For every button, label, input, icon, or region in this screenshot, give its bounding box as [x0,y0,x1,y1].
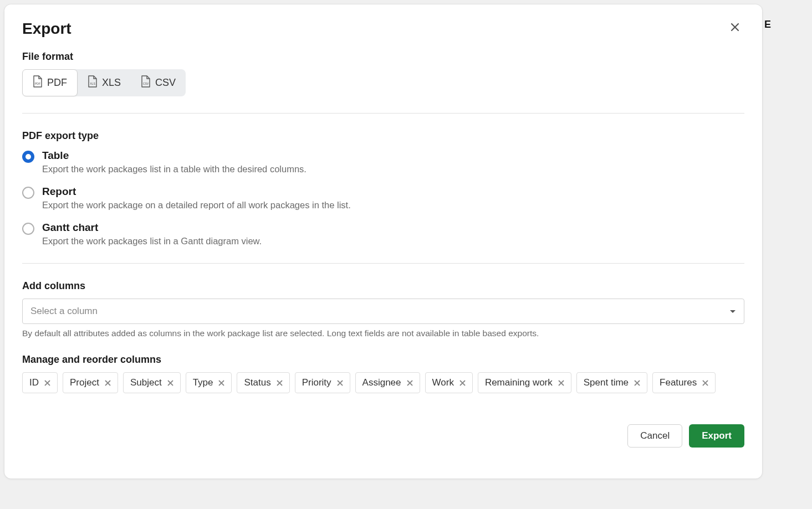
column-chip-label: Work [432,377,454,388]
column-chip-label: Type [193,377,213,388]
close-icon [167,380,173,386]
export-modal: Export File format PDFPDFXLSXLSCSVCSV PD… [4,4,762,479]
column-chip-label: ID [29,377,39,388]
add-columns-select[interactable]: Select a column [22,299,744,324]
radio-description: Export the work packages list in a Gantt… [42,236,744,246]
remove-column-button[interactable] [634,379,640,387]
close-icon [105,380,111,386]
column-chip[interactable]: ID [22,372,58,393]
column-chip[interactable]: Spent time [576,372,647,393]
radio-title: Table [42,150,744,162]
format-option-pdf[interactable]: PDFPDF [22,69,78,96]
export-type-table[interactable]: TableExport the work packages list in a … [22,150,744,174]
column-chip[interactable]: Features [652,372,716,393]
svg-text:PDF: PDF [35,82,40,85]
radio-icon [22,151,34,163]
close-icon [634,380,640,386]
file-format-group: PDFPDFXLSXLSCSVCSV [22,69,186,96]
radio-title: Gantt chart [42,222,744,234]
remove-column-button[interactable] [44,379,50,387]
column-chip[interactable]: Assignee [355,372,420,393]
divider [22,263,744,264]
export-type-report[interactable]: ReportExport the work package on a detai… [22,186,744,210]
column-chip-label: Assignee [362,377,401,388]
remove-column-button[interactable] [337,379,343,387]
column-chip-label: Remaining work [485,377,553,388]
radio-title: Report [42,186,744,198]
file-xls-icon: XLS [88,75,98,90]
modal-header: Export [22,20,744,38]
radio-text: TableExport the work packages list in a … [42,150,744,174]
close-icon [218,380,224,386]
close-button[interactable] [726,20,744,36]
manage-columns-label: Manage and reorder columns [22,354,744,366]
format-option-label: CSV [155,77,176,89]
radio-text: ReportExport the work package on a detai… [42,186,744,210]
add-columns-help: By default all attributes added as colum… [22,328,744,338]
cancel-button[interactable]: Cancel [627,424,682,448]
columns-chips: IDProjectSubjectTypeStatusPriorityAssign… [22,372,744,393]
add-columns-placeholder: Select a column [30,306,98,317]
column-chip-label: Spent time [584,377,629,388]
close-icon [702,380,708,386]
column-chip-label: Priority [302,377,331,388]
radio-text: Gantt chartExport the work packages list… [42,222,744,246]
radio-icon [22,187,34,199]
close-icon [459,380,466,386]
radio-description: Export the work package on a detailed re… [42,200,744,210]
column-chip[interactable]: Project [63,372,118,393]
column-chip-label: Features [660,377,697,388]
column-chip[interactable]: Work [425,372,473,393]
close-icon [730,22,740,32]
remove-column-button[interactable] [459,379,466,387]
format-option-label: PDF [47,77,67,89]
divider [22,113,744,114]
close-icon [277,380,283,386]
svg-text:XLS: XLS [90,82,95,85]
close-icon [558,380,564,386]
column-chip[interactable]: Status [237,372,289,393]
remove-column-button[interactable] [167,379,173,387]
file-pdf-icon: PDF [33,75,43,90]
file-csv-icon: CSV [141,75,151,90]
column-chip[interactable]: Subject [123,372,181,393]
chevron-down-icon [729,306,736,316]
svg-text:CSV: CSV [143,82,149,85]
remove-column-button[interactable] [277,379,283,387]
modal-title: Export [22,20,72,38]
format-option-xls[interactable]: XLSXLS [78,69,131,96]
remove-column-button[interactable] [702,379,708,387]
column-chip-label: Status [244,377,270,388]
radio-description: Export the work packages list in a table… [42,164,744,174]
remove-column-button[interactable] [558,379,564,387]
column-chip[interactable]: Priority [295,372,350,393]
close-icon [44,380,50,386]
format-option-label: XLS [102,77,121,89]
add-columns-label: Add columns [22,280,744,292]
close-icon [337,380,343,386]
close-icon [407,380,413,386]
column-chip[interactable]: Remaining work [478,372,571,393]
column-chip[interactable]: Type [186,372,232,393]
modal-footer: Cancel Export [22,424,744,448]
export-button[interactable]: Export [689,424,744,448]
column-chip-label: Subject [130,377,162,388]
file-format-label: File format [22,51,744,63]
radio-icon [22,223,34,235]
background-char: E [764,19,771,30]
export-type-label: PDF export type [22,130,744,142]
remove-column-button[interactable] [407,379,413,387]
remove-column-button[interactable] [218,379,224,387]
column-chip-label: Project [70,377,99,388]
export-type-list: TableExport the work packages list in a … [22,150,744,246]
format-option-csv[interactable]: CSVCSV [131,69,186,96]
export-type-gantt[interactable]: Gantt chartExport the work packages list… [22,222,744,246]
remove-column-button[interactable] [105,379,111,387]
